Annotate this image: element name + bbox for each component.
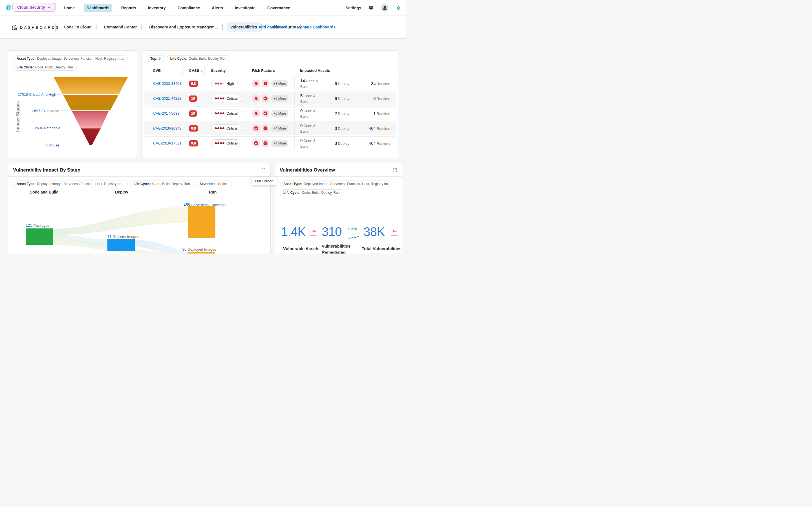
- prisma-cloud-logo-icon: [5, 4, 12, 11]
- sankey-node-deployed-images[interactable]: [188, 252, 215, 253]
- chevron-down-icon: [47, 6, 51, 9]
- cve-link[interactable]: CVE-2023-38408: [153, 81, 181, 86]
- sankey-label-registry-images: 11Registry Images: [107, 234, 139, 239]
- impact-stages-funnel-panel: Asset Type: Deployed Image, Serverless F…: [8, 50, 137, 158]
- panel-title: Vulnerabilities Overview: [280, 167, 335, 173]
- severity-badge: High: [211, 80, 238, 87]
- table-row[interactable]: CVE-2021-44228 10 Critical +6 More 5Code…: [144, 92, 396, 105]
- filter-pill-life-cycle[interactable]: Life Cycle: Code, Build, Deploy, Run: [13, 64, 77, 71]
- bug-icon: [252, 110, 260, 117]
- fullscreen-expand-icon[interactable]: [261, 168, 266, 173]
- product-switcher-label: Cloud Security: [17, 5, 45, 10]
- nav-item-home[interactable]: Home: [61, 4, 78, 12]
- sankey-node-packages[interactable]: [26, 228, 53, 245]
- more-risk-factors-badge[interactable]: +6 More: [271, 95, 289, 102]
- filter-pill-top[interactable]: Top: 5: [147, 55, 164, 62]
- filter-pill-asset-type[interactable]: Asset Type: Deployed Image, Serverless F…: [280, 180, 395, 187]
- c-badge-icon: [262, 139, 269, 147]
- vulnerability-impact-by-stage-panel: Vulnerability Impact By Stage Asset Type…: [8, 163, 271, 253]
- nav-item-reports[interactable]: Reports: [118, 4, 139, 12]
- nav-item-governance[interactable]: Governance: [264, 4, 293, 12]
- add-dashboard-link[interactable]: Add dashboard: [258, 25, 287, 29]
- flat-trend-sparkline: [391, 235, 398, 236]
- impacted-code-build: 0Code & Build: [300, 137, 324, 149]
- tab-discovery-exposure[interactable]: Discovery and Exposure Managem...: [146, 22, 227, 32]
- settings-button[interactable]: Settings: [346, 6, 361, 10]
- sankey-label-packages: 125Packages: [26, 223, 49, 228]
- sankey-node-registry-images[interactable]: [107, 239, 135, 251]
- documentation-book-icon[interactable]: [368, 5, 374, 11]
- filter-pill-life-cycle[interactable]: Life Cycle: Code, Build, Deploy, Run: [130, 180, 194, 187]
- column-header-impacted-assets: Impacted Assets: [294, 66, 398, 75]
- nav-item-compliance[interactable]: Compliance: [175, 4, 203, 12]
- tab-code-to-cloud[interactable]: Code To Cloud: [60, 22, 101, 32]
- more-risk-factors-badge[interactable]: +8 More: [271, 80, 289, 87]
- sort-icon[interactable]: ↓↑: [227, 69, 229, 72]
- kebab-menu-icon[interactable]: [141, 24, 142, 30]
- nav-item-inventory[interactable]: Inventory: [145, 4, 168, 12]
- impacted-runtime: 34Runtime: [368, 80, 390, 87]
- filter-pill-severities[interactable]: Severities: Critical: [196, 180, 232, 187]
- check-icon: [262, 95, 269, 102]
- funnel-label-patchable: 2636 Patchable: [35, 126, 60, 130]
- table-row[interactable]: CVE-2019-17531 9.8 Critical +4 More 0Cod…: [144, 136, 396, 150]
- flat-trend-sparkline: [309, 235, 317, 236]
- nav-item-investigate[interactable]: Investigate: [232, 4, 258, 12]
- impacted-deploy: 2Deploy: [335, 110, 368, 117]
- cvss-score-badge: 9.8: [189, 140, 198, 147]
- top-navigation-bar: Cloud Security Home Dashboards Reports I…: [0, 0, 406, 15]
- sort-icon[interactable]: ↓↑: [201, 69, 203, 72]
- product-switcher[interactable]: Cloud Security: [12, 3, 56, 11]
- funnel-stage-in-use: [81, 128, 101, 145]
- column-header-severity[interactable]: Severity↓↑: [205, 66, 246, 75]
- more-risk-factors-badge[interactable]: +6 More: [271, 110, 289, 117]
- table-row[interactable]: CVE-2017-5638 10 Critical +6 More 0Code …: [144, 107, 396, 120]
- impacted-deploy: 3Deploy: [335, 125, 368, 131]
- cve-link[interactable]: CVE-2019-17531: [153, 141, 181, 145]
- filter-pill-asset-type[interactable]: Asset Type: Deployed Image, Serverless F…: [13, 180, 128, 187]
- stat-total-vulnerabilities-label: Total Vulnerabilities: [362, 245, 402, 252]
- user-avatar[interactable]: [381, 4, 389, 11]
- funnel-y-axis-label: Impact Stages: [15, 101, 20, 132]
- cve-link[interactable]: CVE-2019-16943: [153, 126, 181, 130]
- more-risk-factors-badge[interactable]: +4 More: [271, 140, 289, 147]
- impacted-deploy: 6Deploy: [335, 95, 368, 102]
- impacted-code-build: 14Code & Build: [300, 77, 324, 90]
- panel-title: Vulnerability Impact By Stage: [13, 167, 80, 173]
- full-screen-tooltip: Full Screen: [252, 177, 276, 185]
- up-trend-sparkline: [348, 235, 359, 239]
- sankey-label-serverless-functions: 459Serverless Functions: [184, 203, 225, 207]
- funnel-stage-critical-and-high: [54, 77, 128, 94]
- table-row[interactable]: CVE-2023-38408 9.8 High +8 More 14Code &…: [144, 76, 396, 91]
- sankey-label-deployed-images: 36Deployed Images: [182, 247, 216, 251]
- cve-link[interactable]: CVE-2021-44228: [153, 96, 181, 101]
- cvss-score-badge: 9.8: [189, 80, 198, 87]
- more-risk-factors-badge[interactable]: +4 More: [271, 125, 289, 132]
- cve-table-body: CVE-2023-38408 9.8 High +8 More 14Code &…: [144, 76, 396, 151]
- tab-command-center[interactable]: Command Center: [101, 22, 146, 32]
- filter-pill-asset-type[interactable]: Asset Type: Deployed Image, Serverless F…: [13, 55, 128, 62]
- filter-pill-life-cycle[interactable]: Life Cycle: Code, Build, Deploy, Run: [167, 55, 231, 62]
- funnel-label-critical-and-high: 17018 Critical And High: [18, 93, 56, 97]
- column-header-cve[interactable]: CVE↓↑: [142, 66, 183, 75]
- column-header-cvss[interactable]: CVSS↓↑: [183, 66, 205, 75]
- nav-item-alerts[interactable]: Alerts: [209, 4, 226, 12]
- stat-vulnerable-assets-value: 1.4K: [281, 225, 306, 238]
- kebab-menu-icon[interactable]: [222, 24, 223, 30]
- sankey-node-serverless-functions[interactable]: [188, 206, 215, 238]
- cvss-score-badge: 10: [189, 110, 197, 117]
- fullscreen-expand-icon[interactable]: [393, 168, 397, 173]
- manage-dashboards-link[interactable]: Manage Dashboards: [297, 25, 336, 29]
- impacted-code-build: 5Code & Build: [300, 93, 324, 105]
- stat-total-vulnerabilities-delta: ↑3%: [390, 229, 397, 233]
- check-icon: [262, 110, 269, 117]
- main-nav: Home Dashboards Reports Inventory Compli…: [61, 0, 293, 15]
- kebab-menu-icon[interactable]: [96, 24, 97, 30]
- cve-link[interactable]: CVE-2017-5638: [153, 111, 179, 115]
- ai-copilot-sparkle-icon[interactable]: [395, 5, 402, 11]
- nav-item-dashboards[interactable]: Dashboards: [84, 4, 112, 12]
- filter-pill-life-cycle[interactable]: Life Cycle: Code, Build, Deploy, Run: [280, 189, 343, 196]
- sort-icon[interactable]: ↓↑: [162, 69, 164, 72]
- table-row[interactable]: CVE-2019-16943 9.8 Critical +4 More 0Cod…: [144, 121, 396, 135]
- stat-vulnerable-assets-label: Vulnerable Assets: [283, 245, 319, 252]
